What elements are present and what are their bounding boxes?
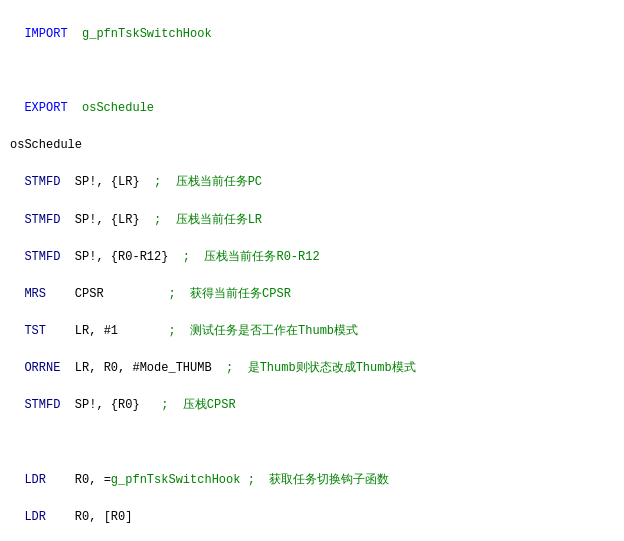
instr-ldr1: LDR <box>10 473 46 487</box>
keyword-import: IMPORT <box>10 27 68 41</box>
line-8: MRS CPSR ; 获得当前任务CPSR <box>10 285 614 304</box>
keyword-export: EXPORT <box>10 101 68 115</box>
instr-stmfd1: STMFD <box>10 175 60 189</box>
line-14: LDR R0, [R0] <box>10 508 614 527</box>
cmt-5: ; 压栈当前任务PC <box>154 175 262 189</box>
line-1: IMPORT g_pfnTskSwitchHook <box>10 25 614 44</box>
line-7: STMFD SP!, {R0-R12} ; 压栈当前任务R0-R12 <box>10 248 614 267</box>
cmt-13: ; 获取任务切换钩子函数 <box>248 473 390 487</box>
cmt-8: ; 获得当前任务CPSR <box>168 287 290 301</box>
line-2 <box>10 62 614 81</box>
instr-stmfd2: STMFD <box>10 213 60 227</box>
line-10: ORRNE LR, R0, #Mode_THUMB ; 是Thumb则状态改成T… <box>10 359 614 378</box>
instr-orrne: ORRNE <box>10 361 60 375</box>
cmt-7: ; 压栈当前任务R0-R12 <box>183 250 320 264</box>
line-13: LDR R0, =g_pfnTskSwitchHook ; 获取任务切换钩子函数 <box>10 471 614 490</box>
cmt-10: ; 是Thumb则状态改成Thumb模式 <box>226 361 416 375</box>
sym-pfn: g_pfnTskSwitchHook <box>111 473 241 487</box>
fn-name: g_pfnTskSwitchHook <box>82 27 212 41</box>
cmt-9: ; 测试任务是否工作在Thumb模式 <box>168 324 358 338</box>
line-12 <box>10 434 614 453</box>
line-9: TST LR, #1 ; 测试任务是否工作在Thumb模式 <box>10 322 614 341</box>
instr-mrs: MRS <box>10 287 46 301</box>
instr-ldr2: LDR <box>10 510 46 524</box>
line-4: osSchedule <box>10 136 614 155</box>
cmt-11: ; 压栈CPSR <box>161 398 235 412</box>
code-area: IMPORT g_pfnTskSwitchHook EXPORT osSched… <box>0 0 624 541</box>
line-5: STMFD SP!, {LR} ; 压栈当前任务PC <box>10 173 614 192</box>
export-name: osSchedule <box>82 101 154 115</box>
instr-stmfd3: STMFD <box>10 250 60 264</box>
line-11: STMFD SP!, {R0} ; 压栈CPSR <box>10 396 614 415</box>
label-osschedule: osSchedule <box>10 138 82 152</box>
line-3: EXPORT osSchedule <box>10 99 614 118</box>
instr-stmfd4: STMFD <box>10 398 60 412</box>
instr-tst: TST <box>10 324 46 338</box>
cmt-6: ; 压栈当前任务LR <box>154 213 262 227</box>
line-6: STMFD SP!, {LR} ; 压栈当前任务LR <box>10 211 614 230</box>
